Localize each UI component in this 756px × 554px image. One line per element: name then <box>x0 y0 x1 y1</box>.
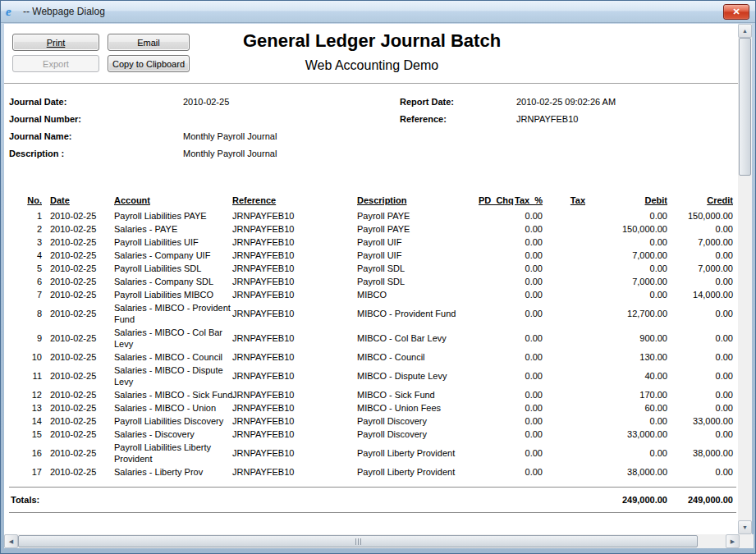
cell-tax <box>548 428 589 441</box>
cell-reference: JRNPAYFEB10 <box>231 388 355 401</box>
scroll-up-button[interactable]: ▲ <box>738 24 752 38</box>
scroll-left-button[interactable]: ◀ <box>4 534 18 548</box>
cell-pdchq <box>477 428 513 441</box>
cell-date: 2010-02-25 <box>48 441 108 465</box>
cell-credit: 33,000.00 <box>671 414 736 428</box>
cell-pdchq <box>477 262 513 275</box>
export-button[interactable]: Export <box>12 55 99 72</box>
cell-credit: 0.00 <box>671 388 736 401</box>
horizontal-scrollbar[interactable]: ◀ ▶ <box>4 534 740 548</box>
cell-reference: JRNPAYFEB10 <box>231 326 355 350</box>
cell-reference: JRNPAYFEB10 <box>231 465 355 478</box>
journal-table: No. Date Account Reference Description P… <box>9 194 736 513</box>
cell-no: 12 <box>9 388 48 401</box>
cell-account: Salaries - Company SDL <box>108 275 231 288</box>
cell-reference: JRNPAYFEB10 <box>231 275 355 288</box>
cell-pdchq <box>477 388 513 401</box>
column-header-tax: Tax <box>548 194 589 209</box>
cell-pdchq <box>477 326 513 350</box>
cell-debit: 7,000.00 <box>589 275 671 288</box>
scroll-right-button[interactable]: ▶ <box>726 534 740 548</box>
copy-to-clipboard-button[interactable]: Copy to Clipboard <box>108 55 190 72</box>
cell-reference: JRNPAYFEB10 <box>231 236 355 249</box>
cell-account: Salaries - MIBCO - Council <box>108 350 231 364</box>
print-button[interactable]: Print <box>12 34 99 51</box>
cell-tax <box>548 209 589 222</box>
email-button[interactable]: Email <box>108 34 190 51</box>
cell-tax <box>548 441 589 465</box>
totals-debit: 249,000.00 <box>589 487 671 512</box>
cell-account: Salaries - MIBCO - Col Bar Levy <box>108 326 231 350</box>
cell-no: 5 <box>9 262 48 275</box>
cell-description: Payroll SDL <box>355 275 477 288</box>
reference-label: Reference: <box>400 114 447 124</box>
cell-description: MIBCO - Dispute Levy <box>355 364 477 388</box>
dialog-title: -- Webpage Dialog <box>23 6 105 17</box>
cell-debit: 0.00 <box>589 288 671 301</box>
table-row: 32010-02-25Payroll Liabilities UIFJRNPAY… <box>9 236 736 249</box>
cell-date: 2010-02-25 <box>48 388 108 401</box>
cell-date: 2010-02-25 <box>48 465 108 478</box>
cell-reference: JRNPAYFEB10 <box>231 301 355 326</box>
cell-debit: 38,000.00 <box>589 465 671 478</box>
cell-taxpct: 0.00 <box>513 236 548 249</box>
cell-account: Salaries - MIBCO - Union <box>108 401 231 414</box>
cell-reference: JRNPAYFEB10 <box>231 288 355 301</box>
vertical-scrollbar-thumb[interactable] <box>739 38 751 176</box>
table-row: 162010-02-25Payroll Liabilities Liberty … <box>9 441 736 465</box>
scroll-down-button[interactable]: ▼ <box>738 520 752 534</box>
column-header-debit: Debit <box>589 194 671 209</box>
cell-debit: 7,000.00 <box>589 249 671 262</box>
cell-no: 4 <box>9 249 48 262</box>
cell-account: Payroll Liabilities UIF <box>108 236 231 249</box>
cell-pdchq <box>477 441 513 465</box>
cell-description: Payroll UIF <box>355 249 477 262</box>
cell-no: 3 <box>9 236 48 249</box>
column-header-tax-pct: Tax_% <box>513 194 548 209</box>
cell-debit: 0.00 <box>589 262 671 275</box>
cell-account: Salaries - Company UIF <box>108 249 231 262</box>
cell-no: 8 <box>9 301 48 326</box>
cell-description: Payroll Discovery <box>355 428 477 441</box>
cell-account: Salaries - MIBCO - Sick Fund <box>108 388 231 401</box>
cell-description: Payroll Discovery <box>355 414 477 428</box>
cell-pdchq <box>477 236 513 249</box>
table-row: 12010-02-25Payroll Liabilities PAYEJRNPA… <box>9 209 736 222</box>
cell-tax <box>548 350 589 364</box>
cell-taxpct: 0.00 <box>513 465 548 478</box>
journal-date-value: 2010-02-25 <box>183 97 229 107</box>
cell-reference: JRNPAYFEB10 <box>231 401 355 414</box>
cell-debit: 60.00 <box>589 401 671 414</box>
cell-reference: JRNPAYFEB10 <box>231 249 355 262</box>
cell-no: 11 <box>9 364 48 388</box>
table-row: 172010-02-25Salaries - Liberty ProvJRNPA… <box>9 465 736 478</box>
horizontal-scrollbar-thumb[interactable] <box>18 535 698 547</box>
cell-no: 14 <box>9 414 48 428</box>
cell-description: MIBCO - Provident Fund <box>355 301 477 326</box>
cell-debit: 900.00 <box>589 326 671 350</box>
cell-debit: 40.00 <box>589 364 671 388</box>
dialog-titlebar[interactable]: e -- Webpage Dialog ✕ <box>1 1 755 23</box>
column-header-reference: Reference <box>231 194 355 209</box>
cell-date: 2010-02-25 <box>48 350 108 364</box>
table-row: 142010-02-25Payroll Liabilities Discover… <box>9 414 736 428</box>
cell-taxpct: 0.00 <box>513 428 548 441</box>
vertical-scrollbar[interactable]: ▲ ▼ <box>738 24 752 534</box>
cell-reference: JRNPAYFEB10 <box>231 350 355 364</box>
cell-credit: 0.00 <box>671 326 736 350</box>
cell-no: 6 <box>9 275 48 288</box>
journal-table-body: 12010-02-25Payroll Liabilities PAYEJRNPA… <box>9 209 736 478</box>
close-button[interactable]: ✕ <box>723 4 749 20</box>
cell-taxpct: 0.00 <box>513 275 548 288</box>
cell-account: Salaries - MIBCO - Dispute Levy <box>108 364 231 388</box>
table-row: 22010-02-25Salaries - PAYEJRNPAYFEB10Pay… <box>9 222 736 236</box>
totals-row: Totals: 249,000.00 249,000.00 <box>9 487 736 512</box>
cell-credit: 0.00 <box>671 275 736 288</box>
table-row: 82010-02-25Salaries - MIBCO - Provident … <box>9 301 736 326</box>
cell-credit: 150,000.00 <box>671 209 736 222</box>
cell-pdchq <box>477 414 513 428</box>
cell-date: 2010-02-25 <box>48 301 108 326</box>
table-row: 92010-02-25Salaries - MIBCO - Col Bar Le… <box>9 326 736 350</box>
cell-description: Payroll Liberty Provident <box>355 465 477 478</box>
close-icon: ✕ <box>732 7 740 17</box>
